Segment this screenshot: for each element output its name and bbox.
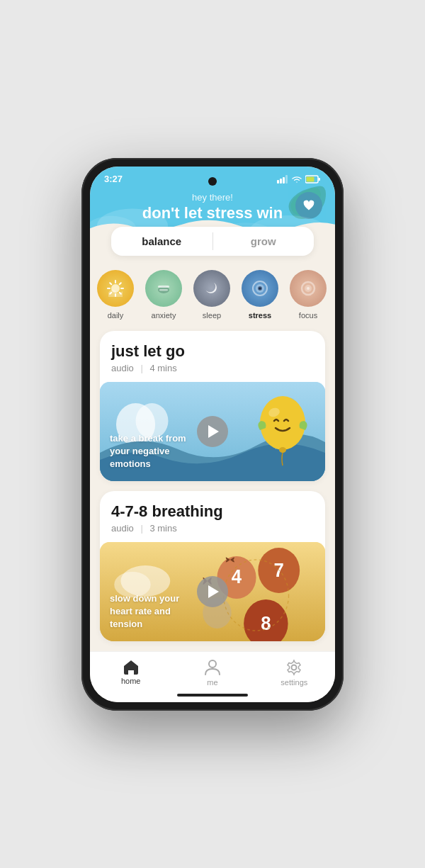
daily-label: daily [108, 311, 124, 320]
heart-badge[interactable] [295, 192, 322, 219]
anxiety-icon [145, 270, 182, 307]
anxiety-label: anxiety [152, 311, 176, 320]
daily-icon [97, 270, 134, 307]
card1-meta: audio | 4 mins [111, 363, 314, 373]
svg-rect-13 [158, 286, 169, 288]
status-time: 3:27 [104, 174, 123, 184]
svg-point-27 [260, 396, 305, 450]
phone-frame: 3:27 [81, 158, 344, 711]
svg-rect-6 [319, 178, 321, 181]
stress-label: stress [249, 311, 271, 320]
category-focus[interactable]: focus [290, 270, 327, 320]
nav-settings[interactable]: settings [273, 659, 315, 687]
card2-title: 4-7-8 breathing [111, 502, 314, 521]
card1-duration: 4 mins [149, 363, 176, 373]
category-daily[interactable]: daily [97, 270, 134, 320]
svg-point-42 [292, 665, 297, 670]
card-just-let-go[interactable]: just let go audio | 4 mins [100, 331, 325, 481]
heart-icon [302, 200, 315, 211]
card-breathing[interactable]: 4-7-8 breathing audio | 3 mins [100, 491, 325, 641]
card1-type: audio [111, 363, 134, 373]
balloon-svg [247, 391, 311, 469]
card1-title: just let go [111, 342, 314, 361]
card2-meta: audio | 3 mins [111, 523, 314, 534]
card2-type: audio [111, 523, 134, 534]
nav-me-label: me [207, 678, 217, 687]
person-icon [205, 659, 220, 676]
svg-point-29 [279, 447, 286, 453]
svg-point-21 [307, 287, 310, 290]
card1-description: take a break from your negative emotions [110, 432, 202, 471]
card2-duration: 3 mins [149, 523, 176, 534]
camera-notch [208, 177, 217, 186]
home-bar [177, 694, 248, 697]
content-area: just let go audio | 4 mins [90, 325, 335, 651]
svg-rect-0 [277, 180, 279, 184]
svg-point-18 [259, 287, 261, 289]
play-icon-1 [208, 425, 219, 438]
svg-rect-2 [283, 177, 285, 184]
category-stress[interactable]: stress [242, 270, 278, 320]
play-icon-2 [208, 585, 219, 598]
card1-sep: | [140, 363, 142, 373]
bottom-nav: home me settings [90, 651, 335, 691]
nav-home-label: home [121, 677, 141, 685]
stress-icon [242, 270, 278, 307]
svg-point-41 [209, 660, 216, 667]
nav-me[interactable]: me [191, 659, 234, 687]
nav-home[interactable]: home [110, 659, 152, 687]
focus-icon [290, 270, 327, 307]
home-indicator [90, 691, 335, 702]
category-sleep[interactable]: sleep [193, 270, 230, 320]
gear-icon [285, 659, 302, 676]
svg-text:8: 8 [261, 612, 271, 634]
card2-media[interactable]: 4 7 8 [100, 542, 325, 641]
balloon-character [247, 391, 311, 472]
svg-text:4: 4 [232, 565, 242, 587]
breathing-bg: 4 7 8 [100, 542, 325, 641]
stress-bg: take a break from your negative emotions [100, 382, 325, 481]
svg-rect-5 [307, 176, 314, 181]
card1-media[interactable]: take a break from your negative emotions [100, 382, 325, 481]
phone-screen: 3:27 [90, 167, 335, 702]
card2-sep: | [140, 523, 142, 534]
tab-switcher: balance grow [111, 227, 314, 256]
tab-grow[interactable]: grow [213, 227, 314, 256]
nav-settings-label: settings [280, 678, 307, 687]
svg-rect-14 [159, 289, 168, 291]
focus-label: focus [299, 311, 317, 320]
home-icon [123, 659, 140, 675]
category-scroll: daily anxiety [90, 256, 335, 325]
svg-rect-1 [280, 179, 282, 184]
category-anxiety[interactable]: anxiety [145, 270, 182, 320]
tab-balance[interactable]: balance [111, 227, 212, 256]
sleep-label: sleep [203, 311, 221, 320]
sleep-icon [193, 270, 230, 307]
card2-description: slow down your heart rate and tension [110, 592, 202, 631]
